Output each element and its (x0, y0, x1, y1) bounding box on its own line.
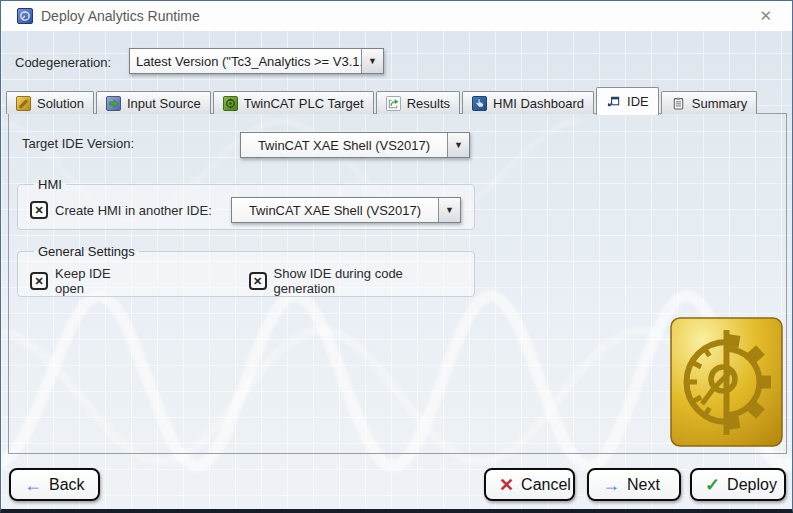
close-icon[interactable]: ✕ (749, 5, 782, 27)
back-button-label: Back (49, 476, 85, 494)
tab-label: Summary (692, 96, 748, 111)
chevron-down-icon[interactable]: ▼ (361, 49, 383, 73)
tab-summary[interactable]: Summary (661, 91, 758, 114)
chevron-down-icon[interactable]: ▼ (447, 133, 469, 157)
next-button-label: Next (627, 476, 660, 494)
tab-label: Solution (37, 96, 84, 111)
wizard-tab-strip: Solution Input Source (6, 86, 759, 114)
window-title: Deploy Analytics Runtime (41, 8, 749, 24)
show-ide-label: Show IDE during code generation (274, 266, 463, 296)
deploy-check-icon: ✓ (705, 476, 720, 494)
back-button[interactable]: ← Back (9, 468, 100, 501)
general-settings-legend: General Settings (34, 244, 139, 259)
tab-input-source[interactable]: Input Source (96, 91, 211, 114)
tab-label: Input Source (127, 96, 201, 111)
input-source-icon (106, 96, 121, 111)
ide-tab-page: Target IDE Version: TwinCAT XAE Shell (V… (8, 113, 787, 454)
hmi-dashboard-icon (472, 96, 487, 111)
keep-ide-open-label: Keep IDE open (55, 266, 141, 296)
tab-results[interactable]: Results (376, 91, 460, 114)
create-hmi-checkbox[interactable]: ✕ (30, 201, 48, 219)
hmi-group-legend: HMI (34, 177, 66, 192)
next-arrow-icon: → (602, 476, 620, 494)
back-arrow-icon: ← (24, 476, 42, 494)
tab-hmi-dashboard[interactable]: HMI Dashboard (462, 91, 594, 114)
analytics-runtime-logo (670, 317, 783, 447)
checkbox-x-icon: ✕ (34, 276, 43, 287)
analytics-app-icon (17, 8, 33, 24)
tab-twincat-plc-target[interactable]: TwinCAT PLC Target (213, 91, 374, 114)
tab-solution[interactable]: Solution (6, 91, 94, 114)
hmi-groupbox: HMI ✕ Create HMI in another IDE: TwinCAT… (17, 177, 475, 230)
cancel-button-label: Cancel (521, 476, 571, 494)
codegeneration-selected-value: Latest Version ("Tc3_Analytics >= V3.1.0… (130, 49, 361, 73)
summary-icon (671, 96, 686, 111)
cancel-x-icon: ✕ (499, 476, 514, 494)
hmi-ide-dropdown[interactable]: TwinCAT XAE Shell (VS2017) ▼ (231, 197, 461, 223)
title-bar: Deploy Analytics Runtime ✕ (1, 1, 792, 31)
hmi-ide-selected-value: TwinCAT XAE Shell (VS2017) (232, 198, 438, 222)
tab-label: TwinCAT PLC Target (244, 96, 364, 111)
deploy-button[interactable]: ✓ Deploy (690, 468, 786, 501)
results-icon (386, 96, 401, 111)
solution-icon (16, 96, 31, 111)
create-hmi-label: Create HMI in another IDE: (55, 203, 212, 218)
checkbox-x-icon: ✕ (253, 276, 262, 287)
show-ide-checkbox[interactable]: ✕ (249, 272, 267, 290)
tab-label: HMI Dashboard (493, 96, 584, 111)
target-ide-version-label: Target IDE Version: (22, 136, 134, 151)
tab-label: IDE (627, 94, 649, 109)
deploy-button-label: Deploy (727, 476, 777, 494)
codegeneration-label: Codegeneration: (15, 55, 111, 70)
target-ide-selected-value: TwinCAT XAE Shell (VS2017) (241, 133, 447, 157)
cancel-button[interactable]: ✕ Cancel (484, 468, 575, 501)
target-ide-version-dropdown[interactable]: TwinCAT XAE Shell (VS2017) ▼ (240, 132, 470, 158)
general-settings-groupbox: General Settings ✕ Keep IDE open ✕ Show … (17, 244, 475, 297)
checkbox-x-icon: ✕ (34, 205, 43, 216)
deploy-analytics-runtime-dialog: Deploy Analytics Runtime ✕ Codegeneratio… (0, 0, 793, 513)
keep-ide-open-checkbox[interactable]: ✕ (30, 272, 48, 290)
next-button[interactable]: → Next (587, 468, 681, 501)
ide-icon (606, 94, 621, 109)
plc-target-icon (223, 96, 238, 111)
chevron-down-icon[interactable]: ▼ (438, 198, 460, 222)
codegeneration-dropdown[interactable]: Latest Version ("Tc3_Analytics >= V3.1.0… (129, 48, 384, 74)
tab-ide[interactable]: IDE (596, 87, 659, 115)
tab-label: Results (407, 96, 450, 111)
